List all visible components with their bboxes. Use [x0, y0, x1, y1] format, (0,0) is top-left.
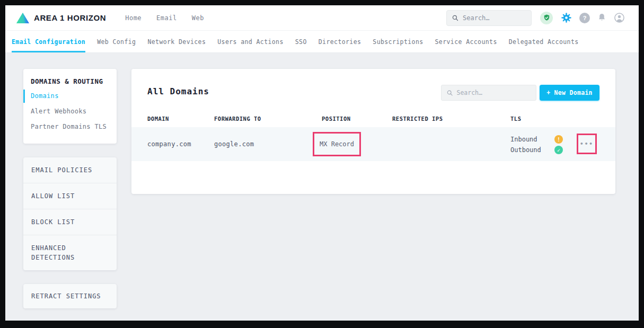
nav-email[interactable]: Email — [156, 14, 177, 22]
search-icon — [447, 90, 453, 96]
sidebar-item-alert-webhooks[interactable]: Alert Webhooks — [23, 104, 117, 119]
all-domains-panel: All Domains + New Domain DOMAIN FORWARDI… — [131, 69, 615, 194]
retract-settings-card[interactable]: RETRACT SETTINGS — [23, 284, 117, 308]
sidebar-item-partner-domains-tls[interactable]: Partner Domains TLS — [23, 119, 117, 135]
screenshot-frame: AREA 1 HORIZON Home Email Web — [0, 0, 644, 328]
sidebar-item-retract-settings[interactable]: RETRACT SETTINGS — [23, 292, 101, 300]
sidebar-item-enhanced-detections[interactable]: ENHANCED DETECTIONS — [23, 235, 117, 270]
tab-service-accounts[interactable]: Service Accounts — [435, 31, 497, 52]
tab-network-devices[interactable]: Network Devices — [147, 31, 206, 52]
policy-sections-card: EMAIL POLICIES ALLOW LIST BLOCK LIST ENH… — [23, 157, 117, 270]
global-search[interactable] — [446, 10, 532, 26]
col-domain: DOMAIN — [147, 116, 169, 122]
nav-web[interactable]: Web — [192, 14, 204, 22]
tab-users-and-actions[interactable]: Users and Actions — [217, 31, 284, 52]
tab-sso[interactable]: SSO — [295, 31, 307, 52]
global-search-input[interactable] — [463, 14, 526, 22]
highlight-box-row-menu: ••• — [577, 134, 597, 154]
help-icon[interactable]: ? — [579, 13, 590, 23]
tls-inbound-label: Inbound — [510, 135, 537, 144]
new-domain-button[interactable]: + New Domain — [540, 85, 599, 101]
cell-domain: company.com — [147, 127, 191, 161]
header-icons: ? — [540, 12, 625, 24]
tls-inbound-warning-icon: ! — [554, 135, 563, 144]
sidebar-item-domains[interactable]: Domains — [23, 88, 117, 104]
col-tls: TLS — [510, 116, 521, 122]
shield-check-icon[interactable] — [540, 12, 553, 24]
cell-forwarding-to: google.com — [214, 127, 254, 161]
col-forwarding-to: FORWARDING TO — [214, 116, 261, 122]
sidebar-item-allow-list[interactable]: ALLOW LIST — [23, 183, 117, 209]
content-area: DOMAINS & ROUTING Domains Alert Webhooks… — [5, 53, 639, 321]
tab-delegated-accounts[interactable]: Delegated Accounts — [509, 31, 579, 52]
nav-home[interactable]: Home — [125, 14, 142, 22]
app-window: AREA 1 HORIZON Home Email Web — [5, 5, 639, 321]
domains-search[interactable] — [441, 85, 536, 101]
tab-web-config[interactable]: Web Config — [97, 31, 136, 52]
bell-icon[interactable] — [597, 13, 607, 23]
domains-routing-card: DOMAINS & ROUTING Domains Alert Webhooks… — [23, 69, 117, 144]
cell-position: MX Record — [320, 140, 354, 148]
domains-search-input[interactable] — [456, 89, 531, 96]
table-row: company.com google.com MX Record Inbound… — [131, 127, 615, 161]
top-header: AREA 1 HORIZON Home Email Web — [5, 5, 639, 31]
domains-routing-title: DOMAINS & ROUTING — [23, 73, 117, 88]
brand-logo[interactable]: AREA 1 HORIZON — [16, 12, 106, 24]
domains-table-header: DOMAIN FORWARDING TO POSITION RESTRICTED… — [131, 112, 615, 127]
tls-outbound-check-icon: ✓ — [554, 146, 563, 154]
page-title: All Domains — [147, 86, 209, 96]
sidebar-item-block-list[interactable]: BLOCK LIST — [23, 209, 117, 235]
col-restricted-ips: RESTRICTED IPS — [392, 116, 443, 122]
tls-outbound-label: Outbound — [510, 145, 541, 155]
sidebar-item-email-policies[interactable]: EMAIL POLICIES — [23, 157, 117, 183]
highlight-box-position: MX Record — [313, 132, 361, 156]
search-icon — [452, 14, 458, 22]
col-position: POSITION — [322, 116, 351, 122]
gear-icon[interactable] — [560, 12, 572, 24]
ellipsis-menu-icon[interactable]: ••• — [580, 141, 594, 147]
config-tabbar: Email Configuration Web Config Network D… — [5, 31, 639, 53]
brand-name: AREA 1 HORIZON — [34, 13, 106, 22]
area1-triangle-icon — [16, 12, 30, 24]
top-nav: Home Email Web — [125, 14, 204, 22]
tab-subscriptions[interactable]: Subscriptions — [373, 31, 423, 52]
tab-email-configuration[interactable]: Email Configuration — [12, 31, 85, 52]
user-icon[interactable] — [614, 12, 625, 23]
tab-directories[interactable]: Directories — [319, 31, 361, 52]
